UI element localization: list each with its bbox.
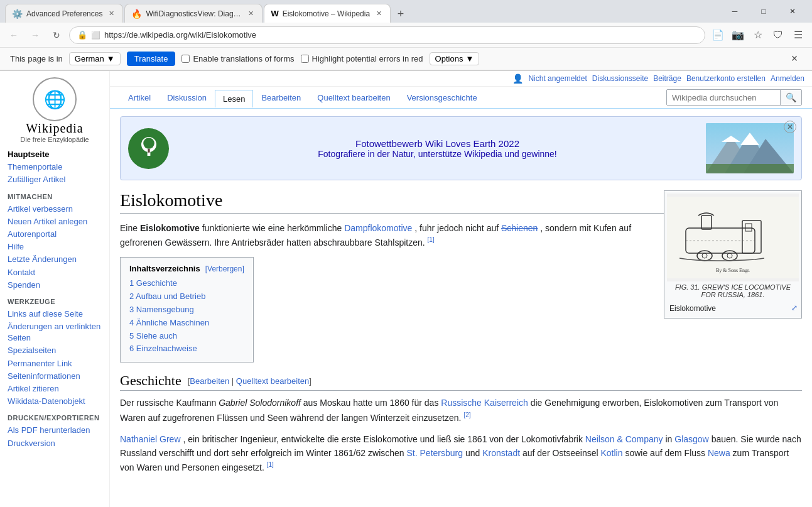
wiki-search-input[interactable] [667, 90, 780, 105]
translate-button[interactable]: Translate [127, 52, 176, 66]
bookmark-button[interactable]: ☆ [749, 26, 767, 44]
enable-forms-label[interactable]: Enable translations of forms [181, 54, 294, 63]
tab-wifi-diag[interactable]: 🔥 WifiDiagnosticsView: Diagnosti... ✕ [124, 4, 263, 23]
tab-close-advanced-prefs[interactable]: ✕ [106, 9, 116, 19]
tab-diskussion[interactable]: Diskussion [159, 89, 215, 106]
ref-1: [1] [428, 236, 435, 243]
discussion-link[interactable]: Diskussionsseite [592, 74, 648, 83]
minimize-button[interactable]: ─ [720, 0, 749, 23]
ref-1b-link[interactable]: [1] [267, 461, 274, 468]
kotlin-link[interactable]: Kotlin [601, 448, 623, 458]
shield-button[interactable]: 🛡 [769, 26, 787, 44]
kronstadt-link[interactable]: Kronstadt [482, 448, 520, 458]
image-expand-icon[interactable]: ⤢ [791, 303, 798, 312]
sidebar-item-zufaelliger[interactable]: Zufälliger Artikel [8, 173, 102, 186]
forward-button[interactable]: → [26, 26, 44, 44]
sidebar-item-neuen-artikel[interactable]: Neuen Artikel anlegen [8, 215, 102, 228]
sidebar-item-seiteninformationen[interactable]: Seiteninformationen [8, 370, 102, 383]
screenshot-button[interactable]: 📷 [729, 26, 747, 44]
sidebar-item-artikel-verbessern[interactable]: Artikel verbessern [8, 203, 102, 215]
ref-1-link[interactable]: [1] [428, 236, 435, 243]
sidebar-item-pdf[interactable]: Als PDF herunterladen [8, 424, 102, 437]
beitraege-link[interactable]: Beiträge [653, 74, 681, 83]
ref-1b: [1] [267, 461, 274, 468]
tab-bar: ⚙️ Advanced Preferences ✕ 🔥 WifiDiagnost… [0, 0, 812, 23]
banner-close-button[interactable]: ✕ [784, 121, 796, 133]
tab-advanced-prefs[interactable]: ⚙️ Advanced Preferences ✕ [5, 4, 123, 23]
mountain-svg [706, 123, 794, 173]
create-account-link[interactable]: Benutzerkonto erstellen [686, 74, 766, 83]
russisches-kaiserreich-link[interactable]: Russische Kaiserreich [441, 398, 528, 408]
close-button[interactable]: ✕ [778, 0, 807, 23]
toc-link-1[interactable]: 1 Geschichte [129, 278, 177, 288]
toc-toggle[interactable]: [Verbergen] [205, 264, 244, 273]
reload-button[interactable]: ↻ [48, 26, 65, 44]
sidebar-item-autorenportal[interactable]: Autorenportal [8, 228, 102, 241]
sidebar-item-aenderungen-verlinkten[interactable]: Änderungen an verlinkten Seiten [8, 320, 102, 344]
neilson-link[interactable]: Neilson & Company [585, 434, 663, 444]
tab-close-wikipedia[interactable]: ✕ [374, 9, 384, 19]
dampflokomotive-link[interactable]: Dampflokomotive [344, 223, 412, 233]
sidebar-item-spezialseiten[interactable]: Spezialseiten [8, 344, 102, 357]
sidebar-item-letzte-aenderungen[interactable]: Letzte Änderungen [8, 253, 102, 266]
tab-artikel[interactable]: Artikel [120, 89, 159, 106]
sidebar-item-wikidata[interactable]: Wikidata-Datenobjekt [8, 395, 102, 408]
stpetersburg-link[interactable]: St. Petersburg [407, 448, 463, 458]
ref-2-link[interactable]: [2] [463, 412, 470, 418]
sidebar-item-spenden[interactable]: Spenden [8, 279, 102, 292]
enable-forms-checkbox[interactable] [181, 55, 190, 63]
language-select[interactable]: German ▼ [69, 52, 121, 65]
back-button[interactable]: ← [5, 26, 23, 44]
newa-link[interactable]: Newa [708, 448, 730, 458]
toc-link-2[interactable]: 2 Aufbau und Betrieb [129, 292, 205, 301]
para2-text6: sowie auf dem Fluss [625, 448, 708, 458]
highlight-errors-checkbox[interactable] [301, 55, 309, 63]
highlight-errors-label[interactable]: Highlight potential errors in red [301, 54, 423, 63]
tab-bearbeiten[interactable]: Bearbeiten [253, 89, 309, 106]
tab-title-wifi-diag: WifiDiagnosticsView: Diagnosti... [146, 9, 242, 18]
sidebar-item-druckversion[interactable]: Druckversion [8, 437, 102, 450]
schienen-link[interactable]: Schienen [501, 223, 538, 233]
sidebar-item-links-auf-seite[interactable]: Links auf diese Seite [8, 308, 102, 320]
options-button[interactable]: Options ▼ [430, 52, 480, 65]
tab-wikipedia[interactable]: W Eislokomotive – Wikipedia ✕ [264, 4, 391, 23]
address-field[interactable]: 🔒 ⬜ [69, 26, 705, 44]
toc-link-3[interactable]: 3 Namensgebung [129, 305, 194, 314]
wiki-logo-globe: 🌐 [33, 77, 77, 121]
toc-link-4[interactable]: 4 Ähnliche Maschinen [129, 318, 209, 327]
svg-rect-11 [667, 197, 799, 278]
url-input[interactable] [104, 30, 697, 40]
tab-quelltext[interactable]: Quelltext bearbeiten [309, 89, 398, 106]
toc-link-5[interactable]: 5 Siehe auch [129, 331, 177, 341]
sidebar-item-themenportale[interactable]: Themenportale [8, 161, 102, 173]
sidebar-item-kontakt[interactable]: Kontakt [8, 266, 102, 279]
sidebar-item-hauptseite[interactable]: Hauptseite [8, 148, 102, 161]
menu-button[interactable]: ☰ [789, 26, 807, 44]
tab-close-wifi-diag[interactable]: ✕ [246, 9, 256, 19]
tab-versionsgeschichte[interactable]: Versionsgeschichte [399, 89, 485, 106]
translation-bar-close-button[interactable]: × [787, 52, 802, 67]
section-edit-links: [Bearbeiten | Quelltext bearbeiten] [188, 376, 311, 386]
wiki-article-content: Fotowettbewerb Wiki Loves Earth 2022 Fot… [110, 109, 812, 489]
glasgow-link[interactable]: Glasgow [674, 434, 708, 444]
wiki-search[interactable]: 🔍 [666, 89, 802, 106]
tab-lesen[interactable]: Lesen [215, 90, 253, 107]
sidebar-item-hilfe[interactable]: Hilfe [8, 241, 102, 253]
maximize-button[interactable]: □ [749, 0, 778, 23]
nathaniel-grew-link[interactable]: Nathaniel Grew [120, 434, 181, 444]
not-logged-in-link[interactable]: Nicht angemeldet [528, 74, 587, 83]
section-bearbeiten-link[interactable]: Bearbeiten [190, 376, 229, 386]
reader-view-button[interactable]: 📄 [709, 26, 727, 44]
svg-rect-3 [148, 149, 149, 153]
new-tab-button[interactable]: + [392, 5, 409, 23]
tab-title-wikipedia: Eislokomotive – Wikipedia [283, 9, 370, 18]
login-link[interactable]: Anmelden [771, 74, 804, 83]
sidebar-item-permanenter-link[interactable]: Permanenter Link [8, 357, 102, 370]
wiki-logo: 🌐 Wikipedia Die freie Enzyklopädie [8, 77, 102, 143]
options-chevron-icon: ▼ [465, 54, 474, 63]
wiki-search-button[interactable]: 🔍 [780, 90, 801, 105]
section-quelltext-link[interactable]: Quelltext bearbeiten [236, 376, 309, 386]
toc-link-6[interactable]: 6 Einzelnachweise [129, 344, 197, 353]
sidebar-item-artikel-zitieren[interactable]: Artikel zitieren [8, 383, 102, 395]
para2-text2: in [665, 434, 674, 444]
